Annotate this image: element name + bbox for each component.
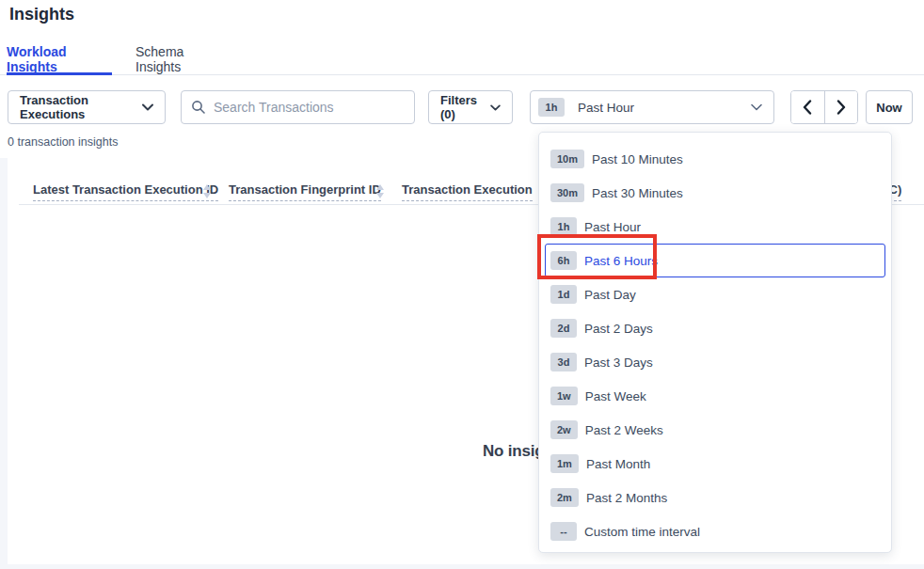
search-box bbox=[181, 90, 415, 124]
time-option-1d[interactable]: 1dPast Day bbox=[545, 277, 885, 311]
time-option-badge: 2d bbox=[550, 319, 577, 338]
time-prev-button[interactable] bbox=[791, 91, 824, 123]
filters-button[interactable]: Filters (0) bbox=[428, 90, 513, 124]
chevron-right-icon bbox=[836, 100, 846, 115]
column-header-label: Latest Transaction Execution ID bbox=[33, 182, 218, 201]
time-range-label: Past Hour bbox=[578, 101, 634, 115]
tab-schema-insights[interactable]: Schema Insights bbox=[135, 44, 230, 75]
page-background-strip bbox=[0, 564, 924, 569]
time-option-label: Past 10 Minutes bbox=[592, 152, 683, 166]
time-option-custom[interactable]: --Custom time interval bbox=[545, 514, 885, 548]
filters-label: Filters (0) bbox=[440, 93, 490, 121]
time-option-badge: 1m bbox=[550, 454, 579, 473]
time-option-1h[interactable]: 1hPast Hour bbox=[545, 210, 885, 244]
time-option-badge: 1h bbox=[550, 217, 577, 236]
execution-type-label: Transaction Executions bbox=[20, 93, 142, 121]
time-option-label: Custom time interval bbox=[584, 525, 700, 539]
time-option-2m[interactable]: 2mPast 2 Months bbox=[545, 481, 885, 514]
chevron-down-icon bbox=[490, 104, 501, 111]
time-option-1w[interactable]: 1wPast Week bbox=[545, 379, 885, 413]
time-interval-list: 10mPast 10 Minutes30mPast 30 Minutes1hPa… bbox=[545, 142, 885, 548]
time-option-label: Past Week bbox=[585, 389, 646, 403]
chevron-left-icon bbox=[803, 100, 812, 115]
time-option-2d[interactable]: 2dPast 2 Days bbox=[545, 311, 885, 345]
time-option-badge: 10m bbox=[550, 150, 584, 168]
time-next-button[interactable] bbox=[824, 91, 857, 123]
time-option-label: Past 2 Weeks bbox=[585, 423, 663, 437]
time-option-6h[interactable]: 6hPast 6 Hours bbox=[545, 244, 885, 277]
time-option-label: Past 2 Days bbox=[584, 322, 653, 336]
time-option-badge: 1d bbox=[550, 285, 577, 304]
time-range-select[interactable]: 1h Past Hour bbox=[530, 90, 774, 124]
time-option-label: Past 30 Minutes bbox=[592, 186, 683, 200]
time-option-label: Past Day bbox=[584, 288, 636, 302]
time-option-label: Past 6 Hours bbox=[584, 254, 658, 268]
sort-icon[interactable] bbox=[203, 184, 212, 199]
time-option-2w[interactable]: 2wPast 2 Weeks bbox=[545, 413, 885, 447]
time-option-3d[interactable]: 3dPast 3 Days bbox=[545, 345, 885, 379]
time-option-badge: 3d bbox=[550, 353, 577, 371]
search-icon bbox=[191, 100, 206, 115]
time-option-badge: -- bbox=[550, 522, 577, 541]
tab-workload-insights[interactable]: Workload Insights bbox=[7, 44, 112, 75]
time-option-badge: 30m bbox=[550, 183, 584, 202]
time-interval-dropdown: 10mPast 10 Minutes30mPast 30 Minutes1hPa… bbox=[538, 132, 892, 553]
time-range-badge: 1h bbox=[538, 98, 565, 117]
chevron-down-icon bbox=[142, 103, 153, 111]
column-header-transaction-execution[interactable]: Transaction Execution bbox=[402, 182, 533, 201]
time-option-30m[interactable]: 30mPast 30 Minutes bbox=[545, 176, 885, 210]
page-background-strip bbox=[0, 158, 8, 564]
column-header-label: Transaction Execution bbox=[402, 182, 533, 201]
time-option-label: Past 2 Months bbox=[586, 491, 667, 505]
time-option-10m[interactable]: 10mPast 10 Minutes bbox=[545, 142, 885, 176]
page-title: Insights bbox=[9, 5, 74, 24]
time-option-label: Past 3 Days bbox=[584, 356, 653, 370]
time-option-label: Past Month bbox=[586, 457, 650, 471]
insights-count: 0 transaction insights bbox=[8, 135, 118, 149]
time-option-badge: 1w bbox=[550, 387, 578, 405]
tabs-bar: Workload Insights Schema Insights bbox=[0, 41, 924, 75]
time-option-badge: 2w bbox=[550, 420, 578, 439]
time-option-badge: 6h bbox=[550, 251, 577, 270]
search-input[interactable] bbox=[214, 100, 402, 115]
sort-icon[interactable] bbox=[376, 184, 385, 199]
now-button[interactable]: Now bbox=[866, 90, 913, 124]
column-header-label: Transaction Fingerprint ID bbox=[229, 182, 381, 201]
execution-type-select[interactable]: Transaction Executions bbox=[8, 90, 166, 124]
time-nav-group bbox=[790, 90, 858, 124]
time-option-label: Past Hour bbox=[584, 220, 641, 234]
column-header-transaction-fingerprint-id[interactable]: Transaction Fingerprint ID bbox=[229, 182, 381, 201]
time-option-1m[interactable]: 1mPast Month bbox=[545, 447, 885, 481]
chevron-down-icon bbox=[751, 103, 762, 111]
column-header-latest-transaction-execution-id[interactable]: Latest Transaction Execution ID bbox=[33, 182, 218, 201]
insights-page: Insights Workload Insights Schema Insigh… bbox=[0, 0, 924, 569]
time-option-badge: 2m bbox=[550, 488, 579, 507]
